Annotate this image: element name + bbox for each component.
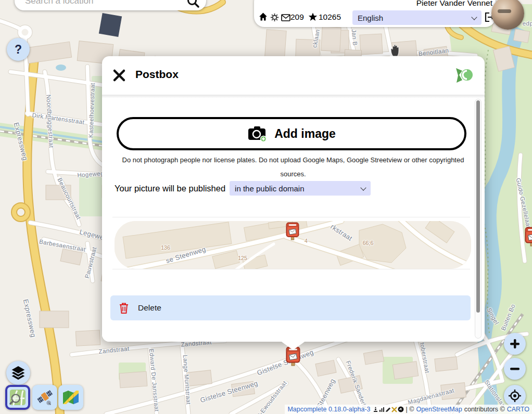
add-image-button[interactable]: Add image <box>117 117 466 150</box>
dialog-scrollbar[interactable] <box>475 99 482 339</box>
dialog-scrollbar-thumb[interactable] <box>476 100 480 313</box>
attribution-bar: Mapcomplete 0.18.0-alpha-3 | © OpenStree… <box>285 405 532 414</box>
plus-icon <box>509 338 521 350</box>
delete-button[interactable]: Delete <box>110 295 471 320</box>
postbox-dialog: Postbox Add image Do not photograph peop… <box>102 56 485 342</box>
home-icon[interactable] <box>259 12 268 21</box>
license-prefix-label: Your picture will be published <box>115 184 225 193</box>
layers-button[interactable] <box>6 361 30 385</box>
search-icon[interactable] <box>186 0 200 8</box>
close-icon[interactable] <box>112 69 126 82</box>
language-select-value: English <box>358 14 383 22</box>
dialog-header: Postbox <box>102 56 485 94</box>
postbox-marker-edge[interactable] <box>525 227 532 247</box>
layers-icon <box>10 365 26 381</box>
statue-icon <box>373 406 378 412</box>
dialog-minimap[interactable]: 122136se Steenweg1254rkstraat66;6 <box>115 221 471 269</box>
dialog-pointer-tail <box>280 341 306 350</box>
divider <box>112 217 470 217</box>
search-input[interactable] <box>15 0 186 6</box>
help-question-label: ? <box>15 43 22 57</box>
language-select[interactable]: English <box>352 10 482 25</box>
search-bar <box>15 0 206 10</box>
divider <box>112 269 470 269</box>
license-row: Your picture will be published in the pu… <box>115 181 371 196</box>
satellite-style-icon <box>35 388 54 407</box>
josm-icon <box>391 407 397 412</box>
dialog-body: Add image Do not photograph people nor l… <box>102 95 485 342</box>
camera-plus-icon <box>247 126 267 142</box>
dialog-title: Postbox <box>135 68 179 81</box>
basemap-style-map-button[interactable] <box>58 385 83 410</box>
gear-icon[interactable] <box>270 13 279 22</box>
license-select[interactable]: in the public domain <box>230 181 371 196</box>
zoom-out-button[interactable] <box>504 358 526 380</box>
zoom-in-button[interactable] <box>504 333 526 355</box>
geolocate-button[interactable] <box>504 385 526 407</box>
map-style-icon <box>61 389 80 406</box>
trash-icon <box>119 302 129 314</box>
mapcomplete-app: Dirk MartensstraatExpresswegExpresswegNo… <box>0 0 532 414</box>
minimap-postbox-marker[interactable] <box>286 222 299 240</box>
username[interactable]: Pieter Vander Vennet <box>416 0 492 8</box>
minus-icon <box>509 363 521 375</box>
pencil-icon <box>385 407 391 412</box>
carto-link[interactable]: CARTO <box>507 406 529 413</box>
mapcomplete-logo-icon <box>453 66 473 85</box>
statistics-icon <box>379 407 385 412</box>
messages-count[interactable]: 209 <box>290 12 304 22</box>
user-bar: Pieter Vander Vennet 209 10265 English <box>254 0 496 27</box>
add-image-label: Add image <box>274 127 336 141</box>
image-copyright-notice: Do not photograph people nor license pla… <box>118 153 468 181</box>
mapcomplete-version-link[interactable]: Mapcomplete 0.18.0-alpha-3 <box>287 406 370 413</box>
changesets-count[interactable]: 10265 <box>319 12 341 22</box>
messages-icon[interactable] <box>281 14 290 21</box>
basemap-style-satellite-button[interactable] <box>32 385 57 410</box>
license-select-value: in the public domain <box>235 184 304 193</box>
community-icon <box>398 406 404 412</box>
hand-cursor <box>387 42 403 57</box>
help-button[interactable]: ? <box>7 38 30 61</box>
basemap-style-osm-button[interactable] <box>5 385 30 410</box>
chevron-down-icon <box>360 185 366 190</box>
star-icon[interactable] <box>308 12 318 21</box>
attribution-icons <box>373 406 404 412</box>
chevron-down-icon <box>471 14 477 20</box>
delete-label: Delete <box>138 303 161 313</box>
attribution-divider: | © <box>406 406 414 413</box>
osm-style-icon <box>9 389 27 406</box>
osm-link[interactable]: OpenStreetMap <box>416 406 462 413</box>
crosshair-icon <box>508 389 522 403</box>
attribution-contributors: contributors © <box>464 406 505 413</box>
